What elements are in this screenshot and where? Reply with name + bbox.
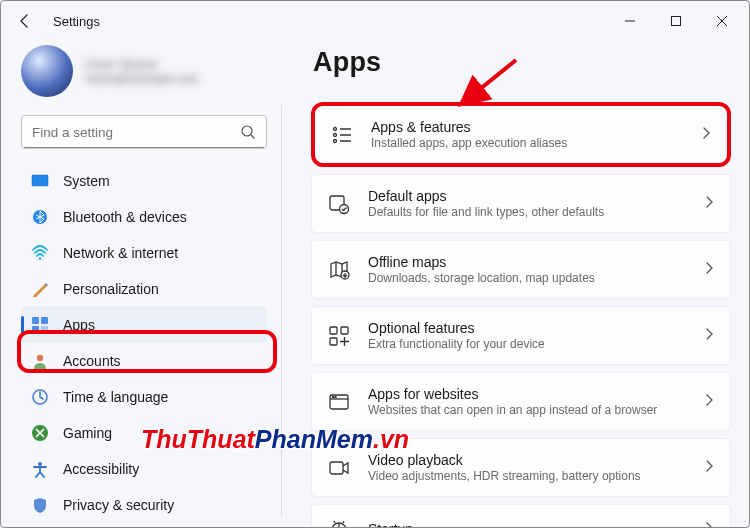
apps-features-icon xyxy=(331,124,353,146)
card-default-apps[interactable]: Default appsDefaults for file and link t… xyxy=(311,174,731,233)
back-button[interactable] xyxy=(11,7,39,35)
apps-websites-icon xyxy=(328,391,350,413)
sidebar-item-label: Personalization xyxy=(63,281,159,297)
sidebar-item-accounts[interactable]: Accounts xyxy=(21,343,267,379)
minimize-button[interactable] xyxy=(607,6,653,36)
chevron-right-icon xyxy=(701,126,711,143)
svg-rect-11 xyxy=(41,326,48,333)
svg-point-30 xyxy=(332,396,333,397)
svg-point-12 xyxy=(37,355,43,361)
arrow-left-icon xyxy=(17,13,33,29)
sidebar-item-personalization[interactable]: Personalization xyxy=(21,271,267,307)
card-subtitle: Defaults for file and link types, other … xyxy=(368,205,686,219)
sidebar-item-time-language[interactable]: Time & language xyxy=(21,379,267,415)
chevron-right-icon xyxy=(704,195,714,212)
accounts-icon xyxy=(31,352,49,370)
svg-rect-4 xyxy=(32,175,48,186)
profile-email: name@example.com xyxy=(85,72,199,86)
accessibility-icon xyxy=(31,460,49,478)
startup-icon xyxy=(328,518,350,527)
personalization-icon xyxy=(31,280,49,298)
optional-features-icon xyxy=(328,325,350,347)
search-input[interactable] xyxy=(32,125,240,140)
sidebar-item-label: Time & language xyxy=(63,389,168,405)
search-input-container[interactable] xyxy=(21,115,267,149)
titlebar: Settings xyxy=(1,1,749,41)
search-icon xyxy=(240,124,256,140)
card-subtitle: Video adjustments, HDR streaming, batter… xyxy=(368,469,686,483)
sidebar: User Name name@example.com System Blueto… xyxy=(1,41,281,527)
svg-point-7 xyxy=(39,257,42,260)
svg-point-16 xyxy=(334,127,337,130)
card-subtitle: Websites that can open in an app instead… xyxy=(368,403,686,417)
window-title: Settings xyxy=(53,14,100,29)
card-offline-maps[interactable]: Offline mapsDownloads, storage location,… xyxy=(311,240,731,299)
sidebar-item-label: Privacy & security xyxy=(63,497,174,513)
profile-name: User Name xyxy=(85,56,199,72)
card-apps-websites[interactable]: Apps for websitesWebsites that can open … xyxy=(311,372,731,431)
svg-line-34 xyxy=(464,60,516,102)
default-apps-icon xyxy=(328,193,350,215)
video-playback-icon xyxy=(328,457,350,479)
time-language-icon xyxy=(31,388,49,406)
close-icon xyxy=(716,15,728,27)
svg-point-23 xyxy=(340,204,349,213)
sidebar-item-label: System xyxy=(63,173,110,189)
card-subtitle: Extra functionality for your device xyxy=(368,337,686,351)
sidebar-item-label: Apps xyxy=(63,317,95,333)
card-startup[interactable]: Startup xyxy=(311,504,731,527)
svg-rect-10 xyxy=(32,326,39,333)
sidebar-item-bluetooth[interactable]: Bluetooth & devices xyxy=(21,199,267,235)
svg-point-31 xyxy=(335,396,336,397)
system-icon xyxy=(31,172,49,190)
chevron-right-icon xyxy=(704,261,714,278)
card-subtitle: Downloads, storage location, map updates xyxy=(368,271,686,285)
card-video-playback[interactable]: Video playbackVideo adjustments, HDR str… xyxy=(311,438,731,497)
svg-point-18 xyxy=(334,139,337,142)
svg-rect-26 xyxy=(341,327,348,334)
close-button[interactable] xyxy=(699,6,745,36)
sidebar-item-label: Accounts xyxy=(63,353,121,369)
sidebar-item-label: Accessibility xyxy=(63,461,139,477)
sidebar-item-gaming[interactable]: Gaming xyxy=(21,415,267,451)
svg-rect-9 xyxy=(41,317,48,324)
offline-maps-icon xyxy=(328,259,350,281)
svg-point-2 xyxy=(242,126,252,136)
sidebar-item-label: Gaming xyxy=(63,425,112,441)
card-optional-features[interactable]: Optional featuresExtra functionality for… xyxy=(311,306,731,365)
svg-rect-1 xyxy=(672,17,681,26)
card-title: Default apps xyxy=(368,188,686,204)
card-title: Startup xyxy=(368,521,686,528)
card-title: Apps & features xyxy=(371,119,683,135)
sidebar-item-label: Bluetooth & devices xyxy=(63,209,187,225)
gaming-icon xyxy=(31,424,49,442)
bluetooth-icon xyxy=(31,208,49,226)
svg-rect-32 xyxy=(330,462,343,474)
svg-rect-27 xyxy=(330,338,337,345)
chevron-right-icon xyxy=(704,459,714,476)
annotation-arrow xyxy=(454,54,524,114)
card-list: Apps & featuresInstalled apps, app execu… xyxy=(311,102,737,527)
maximize-icon xyxy=(670,15,682,27)
sidebar-item-accessibility[interactable]: Accessibility xyxy=(21,451,267,487)
minimize-icon xyxy=(624,15,636,27)
sidebar-item-system[interactable]: System xyxy=(21,163,267,199)
sidebar-nav: System Bluetooth & devices Network & int… xyxy=(21,163,271,527)
sidebar-item-apps[interactable]: Apps xyxy=(21,307,267,343)
svg-rect-25 xyxy=(330,327,337,334)
avatar xyxy=(21,45,73,97)
svg-line-3 xyxy=(251,135,255,139)
sidebar-item-privacy[interactable]: Privacy & security xyxy=(21,487,267,523)
maximize-button[interactable] xyxy=(653,6,699,36)
svg-point-17 xyxy=(334,133,337,136)
card-subtitle: Installed apps, app execution aliases xyxy=(371,136,683,150)
profile-block[interactable]: User Name name@example.com xyxy=(21,45,267,97)
sidebar-item-label: Network & internet xyxy=(63,245,178,261)
card-title: Offline maps xyxy=(368,254,686,270)
svg-point-15 xyxy=(38,462,42,466)
sidebar-item-network[interactable]: Network & internet xyxy=(21,235,267,271)
svg-rect-8 xyxy=(32,317,39,324)
privacy-icon xyxy=(31,496,49,514)
chevron-right-icon xyxy=(704,521,714,528)
card-title: Video playback xyxy=(368,452,686,468)
